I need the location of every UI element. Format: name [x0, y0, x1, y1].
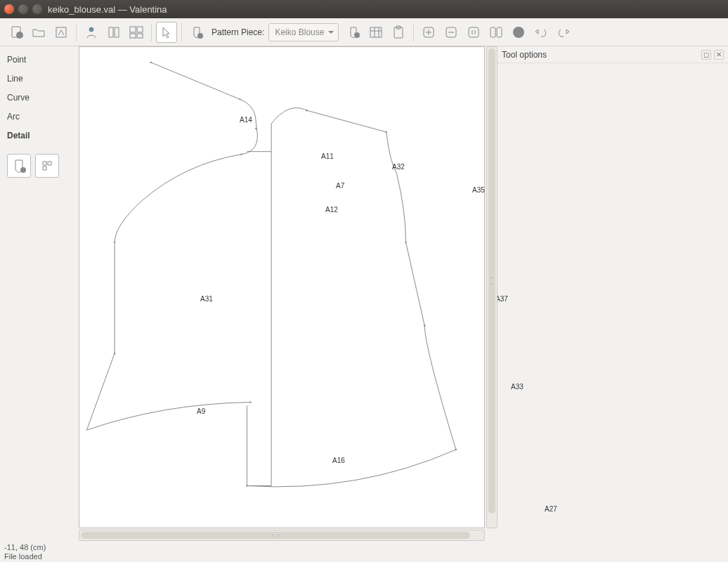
svg-point-27	[114, 241, 115, 242]
draw-mode-button[interactable]	[103, 22, 124, 43]
point-label-a31: A31	[200, 295, 213, 303]
svg-point-3	[89, 27, 93, 32]
sidebar-tab-detail[interactable]: Detail	[0, 126, 79, 145]
zoom-out-button[interactable]	[441, 22, 462, 43]
window-buttons	[4, 4, 42, 14]
toolbar-separator	[76, 23, 77, 41]
pattern-piece-label: Pattern Piece:	[212, 27, 264, 37]
panel-body	[498, 63, 728, 541]
svg-point-25	[306, 110, 307, 111]
svg-point-24	[240, 153, 242, 155]
scrollbar-thumb[interactable]	[488, 48, 495, 514]
svg-point-30	[114, 353, 115, 354]
sidebar: Point Line Curve Arc Detail	[0, 46, 79, 541]
point-label-a14: A14	[240, 116, 252, 124]
point-label-a7: A7	[336, 182, 344, 190]
pattern-drawing	[79, 47, 484, 528]
scrollbar-thumb[interactable]	[81, 532, 470, 539]
new-file-button[interactable]	[6, 22, 27, 43]
horizontal-scrollbar[interactable]	[79, 530, 485, 541]
svg-rect-2	[56, 27, 66, 37]
toolbar-separator	[181, 23, 182, 41]
point-label-a35: A35	[472, 186, 485, 194]
stop-button[interactable]	[508, 22, 529, 43]
status-bar: -11, 48 (cm) File loaded	[0, 541, 728, 562]
zoom-reset-button[interactable]	[463, 22, 484, 43]
toolbar-separator	[413, 23, 414, 41]
measurements-button[interactable]	[81, 22, 102, 43]
svg-point-33	[246, 485, 247, 486]
vertical-scrollbar[interactable]	[486, 46, 498, 528]
svg-rect-7	[137, 34, 143, 38]
table-button[interactable]	[365, 22, 386, 43]
panel-detach-button[interactable]: ◻	[701, 50, 711, 60]
sidebar-tab-arc[interactable]: Arc	[0, 107, 79, 126]
status-message: File loaded	[4, 552, 724, 561]
svg-point-22	[239, 98, 240, 100]
svg-point-10	[356, 34, 358, 36]
window-minimize-button[interactable]	[18, 4, 28, 14]
canvas-area: A14 A11 A7 A12 A32 A35 A31 A37 A33 A9 A1…	[79, 46, 498, 541]
zoom-fit-button[interactable]	[486, 22, 507, 43]
svg-rect-11	[370, 27, 382, 37]
clipboard-button[interactable]	[388, 22, 409, 43]
redo-button[interactable]	[553, 22, 574, 43]
window-title: keiko_blouse.val — Valentina	[48, 4, 167, 15]
undo-button[interactable]	[531, 22, 552, 43]
svg-rect-4	[130, 27, 136, 32]
panel-close-button[interactable]: ✕	[714, 50, 724, 60]
sidebar-tools	[0, 148, 79, 183]
svg-point-26	[386, 131, 387, 133]
add-pattern-piece-button[interactable]	[186, 22, 207, 43]
sidebar-tab-point[interactable]: Point	[0, 51, 79, 70]
point-label-a11: A11	[321, 152, 334, 160]
panel-title: Tool options	[502, 50, 547, 60]
sidebar-tab-curve[interactable]: Curve	[0, 89, 79, 107]
toolbar: Pattern Piece: Keiko Blouse	[0, 18, 728, 46]
pattern-piece-value: Keiko Blouse	[275, 27, 324, 37]
window-close-button[interactable]	[4, 4, 14, 14]
svg-point-28	[405, 241, 406, 242]
svg-rect-5	[137, 27, 143, 32]
point-label-a9: A9	[197, 407, 205, 415]
point-label-a16: A16	[332, 457, 345, 464]
title-bar: keiko_blouse.val — Valentina	[0, 0, 728, 18]
detail-tool-seam[interactable]	[35, 154, 59, 178]
open-file-button[interactable]	[28, 22, 49, 43]
right-panel: Tool options ◻ ✕	[498, 46, 728, 541]
point-label-a33: A33	[511, 383, 524, 391]
detail-mode-button[interactable]	[126, 22, 147, 43]
sidebar-tab-line[interactable]: Line	[0, 70, 79, 89]
panel-header: Tool options ◻ ✕	[498, 46, 728, 63]
svg-rect-6	[130, 34, 136, 38]
pattern-piece-combo[interactable]: Keiko Blouse	[268, 23, 339, 41]
canvas[interactable]: A14 A11 A7 A12 A32 A35 A31 A37 A33 A9 A1…	[79, 46, 485, 528]
status-coords: -11, 48 (cm)	[4, 543, 724, 551]
svg-point-31	[249, 401, 251, 403]
point-label-a32: A32	[392, 163, 405, 171]
window-maximize-button[interactable]	[32, 4, 42, 14]
svg-point-29	[424, 325, 425, 326]
zoom-in-button[interactable]	[418, 22, 439, 43]
save-file-button[interactable]	[51, 22, 72, 43]
svg-rect-17	[490, 27, 495, 37]
svg-point-21	[150, 62, 151, 63]
svg-rect-18	[497, 27, 502, 37]
toolbar-separator	[151, 23, 152, 41]
main-area: Point Line Curve Arc Detail	[0, 46, 728, 541]
detail-tool-new[interactable]	[7, 154, 31, 178]
pointer-tool-button[interactable]	[156, 22, 177, 43]
point-label-a27: A27	[545, 505, 557, 513]
config-pattern-button[interactable]	[343, 22, 364, 43]
svg-rect-16	[469, 27, 479, 37]
point-label-a12: A12	[325, 206, 338, 214]
svg-point-32	[455, 449, 457, 450]
svg-point-23	[255, 128, 256, 129]
